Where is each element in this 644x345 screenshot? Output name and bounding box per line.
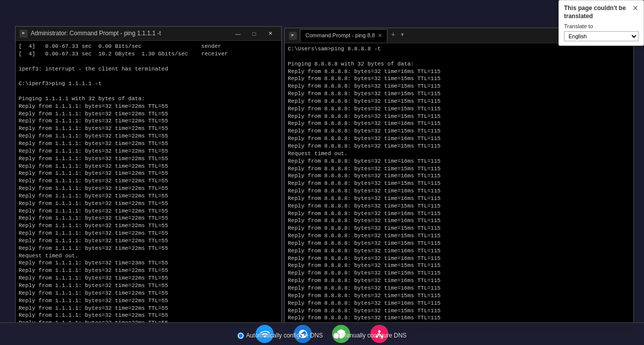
tab-dropdown-button[interactable]: ▾ [399,30,406,40]
add-tab-button[interactable]: + [389,30,396,40]
left-maximize-button[interactable]: □ [247,29,261,39]
right-window-icon: ▶ [289,32,297,40]
tab-controls: + ▾ [389,30,406,41]
auto-dns-label[interactable]: Automatically configure DNS [237,332,323,339]
left-window-icon: ▶ [20,30,28,38]
left-minimize-button[interactable]: — [231,29,245,39]
left-window-title: Administrator: Command Prompt - ping 1.1… [31,29,231,38]
left-window-content: [ 4] 0.00-67.33 sec 0.00 Bits/sec sender… [16,41,281,327]
right-window-content: C:\Users\sam>ping 8.8.8.8 -t Pinging 8.8… [285,43,633,320]
right-tab-label: Command Prompt - ping 8.8 [305,32,375,39]
left-cmd-window[interactable]: ▶ Administrator: Command Prompt - ping 1… [15,26,282,328]
popup-header: This page couldn't be translated ✕ [564,5,638,20]
dns-options: Automatically configure DNS Manually con… [237,332,407,339]
right-cmd-window[interactable]: ▶ Command Prompt - ping 8.8 ✕ + ▾ — □ ✕ … [284,28,634,335]
popup-close-button[interactable]: ✕ [632,5,638,12]
translation-popup: This page couldn't be translated ✕ Trans… [558,0,644,46]
manual-dns-radio[interactable] [333,332,340,339]
manual-dns-label[interactable]: Manually configure DNS [333,332,407,339]
left-window-controls: — □ ✕ [231,29,277,39]
left-close-button[interactable]: ✕ [263,29,277,39]
auto-dns-radio[interactable] [237,332,244,339]
translate-to-label: Translate to [564,23,638,29]
right-tab-close[interactable]: ✕ [378,32,382,39]
left-window-titlebar: ▶ Administrator: Command Prompt - ping 1… [16,27,281,41]
right-tab-active[interactable]: Command Prompt - ping 8.8 ✕ [300,29,387,42]
popup-title: This page couldn't be translated [564,5,632,20]
language-select[interactable]: English [564,31,638,41]
